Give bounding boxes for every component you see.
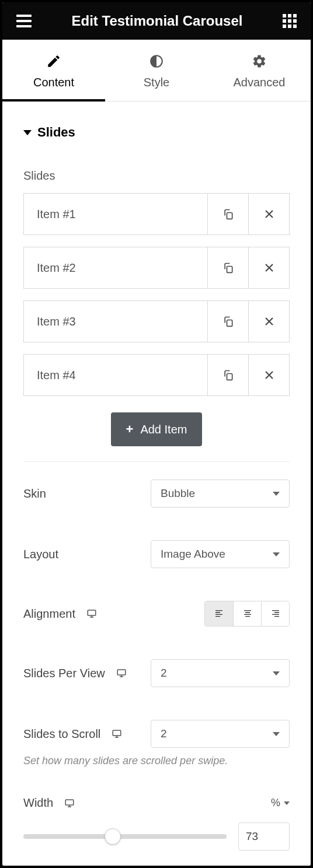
slides-per-view-control: Slides Per View 2 xyxy=(23,659,290,687)
add-item-label: Add Item xyxy=(140,423,187,436)
list-item: Item #3 xyxy=(23,300,290,342)
list-item: Item #4 xyxy=(23,354,290,396)
layout-control: Layout Image Above xyxy=(23,540,290,568)
chevron-down-icon xyxy=(284,802,290,805)
chevron-down-icon xyxy=(273,732,280,736)
section-slides-header[interactable]: Slides xyxy=(23,125,290,140)
slides-to-scroll-control: Slides to Scroll 2 xyxy=(23,720,290,748)
align-left-button[interactable] xyxy=(205,601,233,626)
divider xyxy=(23,461,290,462)
select-value: 2 xyxy=(161,667,167,680)
chevron-down-icon xyxy=(273,671,280,676)
close-icon xyxy=(264,209,274,219)
slides-per-view-label: Slides Per View xyxy=(23,667,105,680)
layout-select[interactable]: Image Above xyxy=(151,540,290,568)
width-label: Width xyxy=(23,796,53,810)
svg-rect-7 xyxy=(65,800,74,805)
duplicate-button[interactable] xyxy=(207,301,248,342)
gear-icon xyxy=(252,54,267,69)
item-name[interactable]: Item #3 xyxy=(24,301,207,342)
desktop-icon[interactable] xyxy=(86,608,98,619)
caret-down-icon xyxy=(23,130,32,135)
align-left-icon xyxy=(213,609,225,618)
slides-to-scroll-select[interactable]: 2 xyxy=(151,720,290,748)
width-unit-select[interactable]: % xyxy=(271,797,290,809)
skin-control: Skin Bubble xyxy=(23,480,290,508)
desktop-icon[interactable] xyxy=(116,668,127,678)
item-name[interactable]: Item #2 xyxy=(24,247,207,288)
duplicate-button[interactable] xyxy=(207,355,248,396)
select-value: Image Above xyxy=(161,548,225,561)
width-control-header: Width % xyxy=(23,796,290,810)
svg-rect-1 xyxy=(227,267,232,273)
chevron-down-icon xyxy=(273,492,280,496)
chevron-down-icon xyxy=(273,552,280,556)
list-item: Item #1 xyxy=(23,193,290,235)
alignment-group xyxy=(204,601,290,626)
svg-rect-4 xyxy=(88,610,96,615)
tab-label: Advanced xyxy=(234,76,286,89)
pencil-icon xyxy=(46,54,61,69)
layout-label: Layout xyxy=(23,548,58,561)
slides-to-scroll-label: Slides to Scroll xyxy=(23,727,100,741)
editor-panel: Edit Testimonial Carousel Content Style … xyxy=(2,2,311,866)
align-center-icon xyxy=(242,609,253,618)
align-right-icon xyxy=(270,609,281,618)
tab-style[interactable]: Style xyxy=(105,40,208,101)
svg-rect-2 xyxy=(227,320,232,327)
alignment-control: Alignment xyxy=(23,601,290,626)
menu-icon[interactable] xyxy=(16,15,32,27)
remove-button[interactable] xyxy=(248,301,289,342)
slides-items-list: Item #1 Item #2 Item #3 xyxy=(23,193,290,396)
plus-icon: + xyxy=(126,422,134,437)
copy-icon xyxy=(222,369,234,382)
width-input[interactable] xyxy=(238,822,290,850)
close-icon xyxy=(264,262,274,273)
apps-icon[interactable] xyxy=(283,14,297,28)
skin-label: Skin xyxy=(23,487,46,501)
add-item-button[interactable]: + Add Item xyxy=(111,412,203,446)
panel-header: Edit Testimonial Carousel xyxy=(2,2,311,40)
remove-button[interactable] xyxy=(248,247,289,288)
svg-rect-0 xyxy=(227,213,232,219)
copy-icon xyxy=(222,315,234,328)
item-name[interactable]: Item #4 xyxy=(24,355,207,396)
slider-thumb[interactable] xyxy=(105,828,121,845)
close-icon xyxy=(264,370,274,380)
tab-label: Style xyxy=(144,76,169,89)
duplicate-button[interactable] xyxy=(207,194,248,235)
select-value: Bubble xyxy=(161,487,195,500)
width-slider-row xyxy=(23,822,290,850)
select-value: 2 xyxy=(161,727,167,740)
contrast-icon xyxy=(149,54,164,69)
copy-icon xyxy=(222,208,234,220)
remove-button[interactable] xyxy=(248,194,289,235)
svg-rect-5 xyxy=(117,670,126,675)
slides-label: Slides xyxy=(23,169,290,183)
alignment-label: Alignment xyxy=(23,607,75,621)
item-name[interactable]: Item #1 xyxy=(24,194,207,235)
duplicate-button[interactable] xyxy=(207,247,248,288)
slides-to-scroll-helper: Set how many slides are scrolled per swi… xyxy=(23,755,290,767)
tab-advanced[interactable]: Advanced xyxy=(208,40,311,101)
skin-select[interactable]: Bubble xyxy=(151,480,290,508)
tab-content[interactable]: Content xyxy=(2,40,105,101)
content-area: Slides Slides Item #1 Item #2 xyxy=(2,102,311,866)
panel-title: Edit Testimonial Carousel xyxy=(32,13,283,29)
tabs: Content Style Advanced xyxy=(2,40,311,102)
desktop-icon[interactable] xyxy=(111,729,123,739)
align-right-button[interactable] xyxy=(261,601,289,626)
svg-rect-3 xyxy=(227,374,232,380)
align-center-button[interactable] xyxy=(233,601,261,626)
unit-value: % xyxy=(271,797,280,809)
section-title: Slides xyxy=(37,125,75,140)
slides-per-view-select[interactable]: 2 xyxy=(151,659,290,687)
list-item: Item #2 xyxy=(23,247,290,289)
tab-label: Content xyxy=(33,76,74,89)
svg-rect-6 xyxy=(113,730,121,736)
close-icon xyxy=(264,316,274,327)
desktop-icon[interactable] xyxy=(64,798,75,808)
width-slider[interactable] xyxy=(23,834,227,839)
remove-button[interactable] xyxy=(248,355,289,396)
copy-icon xyxy=(222,261,234,274)
